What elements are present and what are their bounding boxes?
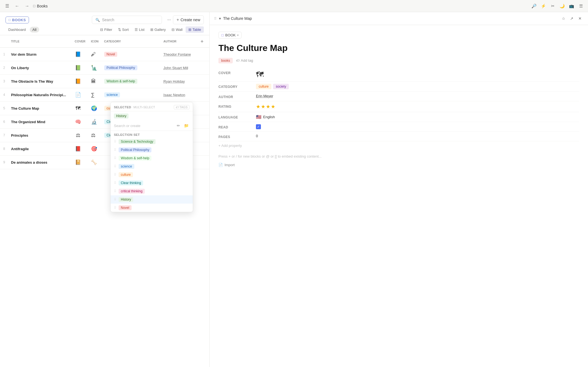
row-title[interactable]: Principles — [8, 129, 72, 142]
row-icon: 🎯 — [88, 142, 101, 156]
tab-all[interactable]: All — [30, 27, 39, 33]
dropdown-item[interactable]: ⠿ Novel — [111, 204, 193, 212]
drag-handle-icon: ⠿ — [214, 17, 217, 21]
view-sort[interactable]: ⇅ Sort — [115, 26, 132, 33]
tv-icon[interactable]: 📺 — [568, 2, 575, 10]
dropdown-item[interactable]: ⠿ critical thinking — [111, 187, 193, 195]
tag-culture[interactable]: culture — [256, 84, 271, 89]
cover-image: 📙 — [75, 77, 81, 86]
dropdown-item[interactable]: ⠿ Science & Technology — [111, 137, 193, 146]
star-3: ★ — [266, 104, 270, 110]
row-icon: 🌍 — [88, 102, 101, 115]
drag-handle-icon: ⠿ — [114, 206, 116, 210]
tags-label: 🏷 TAGS — [174, 105, 189, 109]
row-number: 8 — [0, 142, 8, 156]
selection-set-label: SELECTION SET — [111, 131, 193, 137]
dropdown-item[interactable]: ⠿ Wisdom & self-help — [111, 154, 193, 162]
dropdown-panel: SELECTED MULTI-SELECT 🏷 TAGS History ✏ 📁… — [110, 102, 193, 212]
author-link[interactable]: Isaac Newton — [164, 93, 185, 97]
topbar: ☰ ← → □ Books 🔎 ⚡ ✂ 🌙 📺 ☰ — [0, 0, 588, 12]
view-filter[interactable]: ⊟ Filter — [97, 26, 115, 33]
bookmark-icon[interactable]: ☆ — [560, 15, 567, 22]
col-icon: ICON — [88, 35, 101, 48]
read-checkbox[interactable]: ✓ — [256, 124, 261, 129]
category-tag[interactable]: science — [104, 92, 120, 97]
edit-icon[interactable]: ✏ — [175, 122, 182, 129]
view-table[interactable]: ⊞ Table — [186, 26, 204, 33]
pages-number: 0 — [256, 134, 258, 138]
dropdown-item[interactable]: ⠿ History — [111, 195, 193, 204]
row-title[interactable]: Vor dem Sturm — [8, 48, 72, 61]
author-link[interactable]: Ryan Holiday — [164, 79, 185, 83]
view-wall[interactable]: ⊟ Wall — [169, 26, 185, 33]
row-title[interactable]: The Obstacle Is The Way — [8, 75, 72, 88]
col-add[interactable]: + — [196, 35, 210, 48]
import-button[interactable]: 📄 Import — [218, 163, 579, 167]
add-tag-button[interactable]: 🏷 Add tag — [234, 58, 255, 63]
col-author: AUTHOR — [161, 35, 196, 48]
row-title[interactable]: Philosophiæ Naturalis Principi... — [8, 88, 72, 102]
back-icon[interactable]: ← — [13, 2, 21, 10]
more-menu-icon[interactable]: ☰ — [577, 2, 585, 10]
row-title[interactable]: Antifragile — [8, 142, 72, 156]
selected-history-tag[interactable]: History — [114, 114, 129, 118]
view-gallery[interactable]: ⊞ Gallery — [148, 26, 169, 33]
row-title[interactable]: The Organized Mind — [8, 115, 72, 129]
right-content: □ BOOK ▾ The Culture Map books 🏷 Add tag… — [210, 25, 588, 367]
forward-icon[interactable]: → — [23, 2, 31, 10]
add-column-button[interactable]: + — [198, 37, 206, 45]
dropdown-item[interactable]: ⠿ science — [111, 162, 193, 171]
row-author: Theodor Fontane — [161, 48, 196, 61]
scissors-icon[interactable]: ✂ — [549, 2, 557, 10]
dropdown-item[interactable]: ⠿ Political Philosophy — [111, 146, 193, 154]
row-category[interactable]: Novel — [101, 48, 161, 61]
moon-icon[interactable]: 🌙 — [558, 2, 566, 10]
search-bar[interactable]: 🔍 Search — [92, 16, 162, 24]
category-tag[interactable]: Wisdom & self-help — [104, 79, 137, 84]
filter-icon: ⊟ — [100, 28, 103, 32]
menu-icon[interactable]: ☰ — [3, 2, 11, 10]
gallery-icon: ⊞ — [150, 28, 153, 32]
lightning-icon[interactable]: ⚡ — [539, 2, 547, 10]
category-value: culture society — [256, 84, 579, 89]
search-create-input[interactable] — [114, 124, 173, 128]
row-category[interactable]: science — [101, 88, 161, 102]
import-label: Import — [224, 163, 235, 167]
right-panel: ⠿ ▾ The Culture Map ☆ ↗ ✕ □ BOOK ▾ The C… — [210, 12, 588, 367]
add-property-button[interactable]: + Add property — [218, 141, 579, 150]
collapse-icon[interactable]: ▾ — [219, 16, 221, 21]
dropdown-item[interactable]: ⠿ Clear thinking — [111, 179, 193, 187]
folder-icon[interactable]: 📁 — [183, 122, 189, 129]
tag-books[interactable]: books — [218, 58, 233, 63]
search-icon[interactable]: 🔎 — [530, 2, 538, 10]
author-link[interactable]: Theodor Fontane — [164, 52, 191, 56]
rating-stars[interactable]: ★ ★ ★ ★ — [256, 104, 275, 110]
tag-society[interactable]: society — [273, 84, 289, 89]
view-tabs: ⊟ Filter ⇅ Sort ☰ List ⊞ Gallery ⊟ Wal — [97, 26, 204, 33]
more-options-button[interactable]: ··· — [165, 16, 173, 24]
create-new-button[interactable]: + Create new — [173, 15, 204, 24]
row-category[interactable]: Wisdom & self-help — [101, 75, 161, 88]
drag-handle-icon: ⠿ — [114, 181, 116, 185]
row-title[interactable]: On Liberty — [8, 61, 72, 75]
external-link-icon[interactable]: ↗ — [568, 15, 575, 22]
db-badge[interactable]: □ BOOKS — [6, 17, 29, 23]
close-icon[interactable]: ✕ — [576, 15, 584, 22]
properties-grid: COVER 🗺 CATEGORY culture society AUTHOR — [218, 68, 579, 141]
category-tag[interactable]: Political Philosophy — [104, 65, 137, 70]
row-title[interactable]: The Culture Map — [8, 102, 72, 115]
row-category[interactable]: Political Philosophy — [101, 61, 161, 75]
row-icon: ⚖ — [88, 129, 101, 142]
view-list[interactable]: ☰ List — [132, 26, 147, 33]
book-type-badge[interactable]: □ BOOK ▾ — [218, 32, 242, 39]
list-label: List — [139, 28, 145, 32]
category-label: CATEGORY — [218, 84, 252, 89]
dropdown-item[interactable]: ⠿ culture — [111, 171, 193, 179]
dropdown-multiselect-label: MULTI-SELECT — [133, 106, 155, 109]
row-title[interactable]: De animales a dioses — [8, 156, 72, 169]
author-link[interactable]: John Stuart Mill — [164, 66, 188, 70]
category-tag[interactable]: Novel — [104, 52, 117, 57]
tab-dashboard[interactable]: Dashboard — [6, 26, 29, 33]
row-extra — [196, 88, 210, 102]
author-link[interactable]: Erin Meyer — [256, 94, 273, 98]
